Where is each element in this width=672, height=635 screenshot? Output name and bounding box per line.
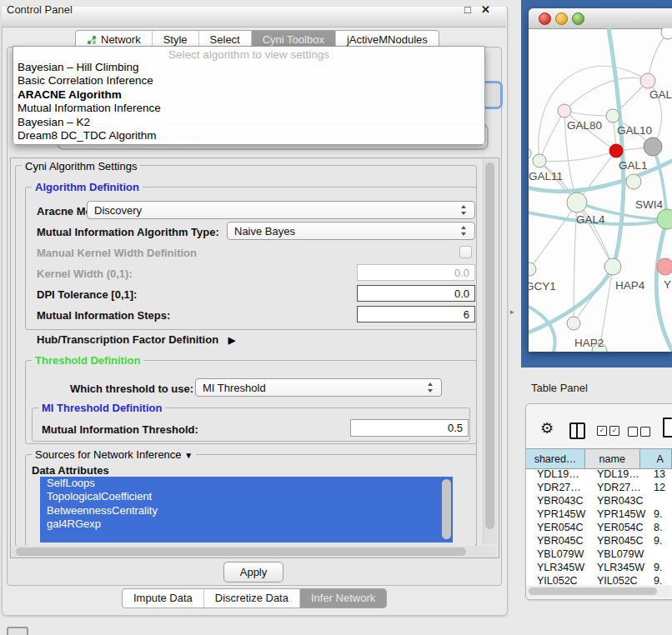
aracne-mode-combo[interactable]: Discovery xyxy=(87,201,475,219)
table-row[interactable]: YER054CYER054C8. xyxy=(526,521,672,534)
table-cell[interactable]: YDR27… xyxy=(590,482,649,493)
table-cell[interactable]: 9. xyxy=(649,535,672,547)
network-window-titlebar[interactable] xyxy=(529,8,672,29)
table-cell[interactable]: YBR045C xyxy=(590,535,649,547)
table-row[interactable]: YDR27…YDR27…12 xyxy=(526,481,672,494)
close-icon[interactable]: ✕ xyxy=(481,3,490,16)
gear-icon[interactable]: ⚙ xyxy=(540,419,554,438)
table-cell[interactable]: 12 xyxy=(649,482,672,493)
network-node[interactable] xyxy=(657,258,672,275)
attributes-scrollbar-thumb[interactable] xyxy=(442,479,451,539)
apply-button[interactable]: Apply xyxy=(223,562,283,582)
table-cell[interactable]: 9. xyxy=(649,508,672,520)
table-cell[interactable]: YDR27… xyxy=(526,482,590,493)
network-node[interactable] xyxy=(567,192,587,212)
algorithm-option[interactable]: Mutual Information Inference xyxy=(13,102,484,115)
network-edge[interactable] xyxy=(564,111,613,116)
tab-impute-data[interactable]: Impute Data xyxy=(123,589,204,608)
data-attribute-item[interactable]: SelfLoops xyxy=(40,477,453,490)
network-node[interactable] xyxy=(657,209,672,229)
network-edge[interactable] xyxy=(539,151,616,162)
network-node[interactable] xyxy=(640,73,655,88)
minimized-panel-button[interactable] xyxy=(7,627,28,635)
network-node[interactable] xyxy=(644,138,662,156)
network-node[interactable] xyxy=(604,258,621,275)
network-node[interactable] xyxy=(606,109,619,122)
panel-splitter-handle[interactable]: ▸ xyxy=(510,308,514,316)
minimize-traffic-light[interactable] xyxy=(555,12,568,25)
unchecked-checkbox-icon[interactable] xyxy=(640,427,650,437)
unchecked-checkbox-icon[interactable] xyxy=(628,427,638,437)
network-node[interactable] xyxy=(558,104,571,118)
table-cell[interactable]: YDL19… xyxy=(526,468,590,480)
data-attribute-item[interactable]: TopologicalCoefficient xyxy=(40,490,453,503)
data-attribute-item[interactable]: BetweennessCentrality xyxy=(40,504,453,518)
which-threshold-combo[interactable]: MI Threshold xyxy=(195,378,442,397)
mi-threshold-field[interactable]: 0.5 xyxy=(350,419,469,437)
table-cell[interactable]: YBL079W xyxy=(590,548,649,560)
network-graph[interactable]: GALGAL80GAL10GAL1GAL11SWI4GAL4GCY1HAP4YH… xyxy=(529,28,672,352)
table-row[interactable]: YBR045CYBR045C9. xyxy=(526,534,672,548)
columns-icon[interactable] xyxy=(569,422,585,439)
table-row[interactable]: YBL079WYBL079W xyxy=(526,548,672,561)
table-cell[interactable]: YIL052C xyxy=(526,575,590,585)
data-attribute-item[interactable]: gal4RGexp xyxy=(40,518,453,531)
settings-horizontal-scrollbar-thumb[interactable] xyxy=(16,548,466,556)
table-cell[interactable]: 8. xyxy=(649,522,672,533)
network-node[interactable] xyxy=(567,317,580,330)
close-traffic-light[interactable] xyxy=(539,12,551,25)
float-window-icon[interactable]: □ xyxy=(464,5,473,14)
network-node[interactable] xyxy=(609,144,623,158)
table-row[interactable]: YPR145WYPR145W9. xyxy=(526,508,672,521)
algorithm-option[interactable]: ARACNE Algorithm xyxy=(13,88,484,102)
table-cell[interactable]: 9. xyxy=(649,575,672,585)
hub-definition-toggle[interactable]: Hub/Transcription Factor Definition ▶ xyxy=(37,333,235,346)
dpi-tolerance-field[interactable]: 0.0 xyxy=(357,285,475,302)
table-body[interactable]: YDL19…YDL19…13YDR27…YDR27…12YBR043CYBR04… xyxy=(526,468,672,585)
column-header-name[interactable]: name xyxy=(585,449,639,468)
algorithm-option[interactable]: Bayesian – Hill Climbing xyxy=(13,61,484,74)
table-cell[interactable]: YBL079W xyxy=(526,548,590,560)
document-icon[interactable] xyxy=(663,418,672,438)
kernel-width-field[interactable]: 0.0 xyxy=(357,264,475,281)
table-row[interactable]: YLR345WYLR345W9. xyxy=(526,561,672,574)
table-cell[interactable]: YER054C xyxy=(590,522,649,533)
network-edge[interactable] xyxy=(539,66,648,161)
table-cell[interactable]: YLR345W xyxy=(526,562,590,573)
checked-checkbox-icon[interactable]: ✓ xyxy=(609,426,619,436)
table-cell[interactable]: YPR145W xyxy=(590,508,649,520)
column-header-partial[interactable]: A xyxy=(640,449,672,468)
network-edge[interactable] xyxy=(539,111,564,161)
network-edge[interactable] xyxy=(564,78,648,111)
table-cell[interactable]: 9. xyxy=(649,562,672,573)
table-cell[interactable]: YLR345W xyxy=(590,562,649,573)
manual-kernel-width-checkbox[interactable] xyxy=(459,246,472,258)
table-row[interactable]: YDL19…YDL19…13 xyxy=(526,468,672,481)
table-cell[interactable]: YBR043C xyxy=(526,495,590,507)
table-cell[interactable]: YBR043C xyxy=(590,495,649,507)
table-horizontal-scrollbar-thumb[interactable] xyxy=(529,588,657,595)
data-attributes-list[interactable]: SelfLoopsTopologicalCoefficientBetweenne… xyxy=(40,477,453,542)
network-node[interactable] xyxy=(529,148,531,159)
table-cell[interactable]: YIL052C xyxy=(590,575,649,585)
settings-vertical-scrollbar-thumb[interactable] xyxy=(485,162,494,529)
table-row[interactable]: YIL052CYIL052C9. xyxy=(526,574,672,585)
mi-steps-field[interactable]: 6 xyxy=(357,306,475,322)
zoom-traffic-light[interactable] xyxy=(572,12,584,25)
tab-infer-network[interactable]: Infer Network xyxy=(300,589,386,608)
table-cell[interactable]: 13 xyxy=(649,468,672,480)
network-node[interactable] xyxy=(533,154,546,168)
network-canvas[interactable]: GALGAL80GAL10GAL1GAL11SWI4GAL4GCY1HAP4YH… xyxy=(529,28,672,352)
network-node[interactable] xyxy=(626,174,641,189)
network-node[interactable] xyxy=(529,262,536,276)
table-cell[interactable]: YER054C xyxy=(526,522,590,533)
tab-discretize-data[interactable]: Discretize Data xyxy=(204,589,300,608)
table-row[interactable]: YBR043CYBR043C xyxy=(526,494,672,508)
algorithm-option[interactable]: Bayesian – K2 xyxy=(13,116,484,129)
table-cell[interactable]: YBR045C xyxy=(526,535,590,547)
table-cell[interactable]: YPR145W xyxy=(526,508,590,520)
checked-checkbox-icon[interactable]: ✓ xyxy=(597,426,607,436)
column-header-shared-name[interactable]: shared… xyxy=(526,449,585,468)
table-cell[interactable]: YDL19… xyxy=(590,468,649,480)
sources-group-title[interactable]: Sources for Network Inference ▼ xyxy=(32,448,196,461)
